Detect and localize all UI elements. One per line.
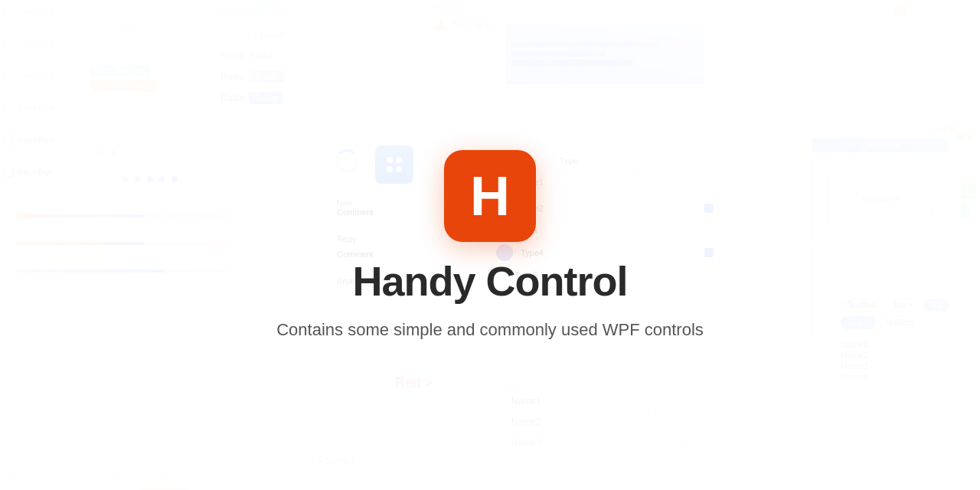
app-title: Handy Control bbox=[353, 257, 628, 305]
foreground-content: H Handy Control Contains some simple and… bbox=[0, 0, 980, 490]
logo-letter: H bbox=[470, 168, 510, 224]
app-logo: H bbox=[444, 150, 536, 242]
app-subtitle: Contains some simple and commonly used W… bbox=[276, 320, 704, 340]
